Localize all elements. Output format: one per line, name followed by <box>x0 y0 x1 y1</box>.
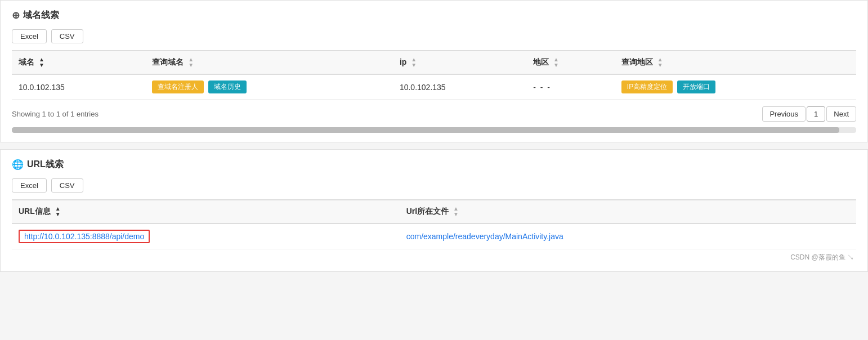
file-link[interactable]: com/example/readeveryday/MainActivity.ja… <box>406 232 563 241</box>
domain-cell: 10.0.102.135 <box>12 74 145 100</box>
url-title-text: URL线索 <box>27 159 64 171</box>
region-dashes: - - - <box>533 83 551 92</box>
query-domain-cell: 查域名注册人 域名历史 <box>145 74 393 100</box>
pagination-controls: Previous 1 Next <box>762 106 856 122</box>
domain-section-title: ⊕ 域名线索 <box>12 10 856 21</box>
open-port-btn[interactable]: 开放端口 <box>677 80 715 93</box>
col-query-domain: 查询域名 ▲▼ <box>145 51 393 74</box>
domain-table-body: 10.0.102.135 查域名注册人 域名历史 10.0.102.135 - … <box>12 74 856 100</box>
previous-btn[interactable]: Previous <box>762 106 806 122</box>
sort-icon-url-file: ▲▼ <box>453 206 459 217</box>
url-table-body: http://10.0.102.135:8888/api/demo com/ex… <box>12 223 856 249</box>
col-ip: ip ▲▼ <box>393 51 526 74</box>
table-row: 10.0.102.135 查域名注册人 域名历史 10.0.102.135 - … <box>12 74 856 100</box>
sort-icon-query-domain: ▲▼ <box>188 57 194 68</box>
table-row: http://10.0.102.135:8888/api/demo com/ex… <box>12 223 856 249</box>
url-export-group: Excel CSV <box>12 178 856 193</box>
sort-icon-region: ▲▼ <box>553 57 559 68</box>
url-section-title: 🌐 URL线索 <box>12 159 856 171</box>
domain-table-header: 域名 ▲▼ 查询域名 ▲▼ ip ▲▼ 地区 ▲▼ 查询地区 ▲▼ <box>12 51 856 74</box>
domain-scrollbar[interactable] <box>12 127 856 133</box>
sort-icon-url-info: ▲▼ <box>55 206 61 217</box>
col-url-file: Url所在文件 ▲▼ <box>400 200 856 223</box>
query-region-cell: IP高精度定位 开放端口 <box>615 74 856 100</box>
page-1-btn[interactable]: 1 <box>807 106 825 122</box>
url-cell-wrapper: http://10.0.102.135:8888/api/demo <box>19 230 150 243</box>
domain-title-text: 域名线索 <box>23 10 59 21</box>
sort-icon-domain: ▲▼ <box>39 57 44 68</box>
globe-icon-url: 🌐 <box>12 159 24 171</box>
col-url-info: URL信息 ▲▼ <box>12 200 400 223</box>
domain-csv-btn[interactable]: CSV <box>51 29 83 43</box>
domain-section: ⊕ 域名线索 Excel CSV 域名 ▲▼ 查询域名 ▲▼ ip ▲▼ <box>0 0 868 142</box>
url-excel-btn[interactable]: Excel <box>12 178 47 193</box>
url-info-cell: http://10.0.102.135:8888/api/demo <box>12 223 400 249</box>
url-table-header: URL信息 ▲▼ Url所在文件 ▲▼ <box>12 200 856 223</box>
url-link[interactable]: http://10.0.102.135:8888/api/demo <box>24 232 144 241</box>
tag-domain-history-btn[interactable]: 域名历史 <box>208 80 247 93</box>
next-btn[interactable]: Next <box>826 106 856 122</box>
sort-icon-query-region: ▲▼ <box>657 57 663 68</box>
region-cell: - - - <box>526 74 615 100</box>
domain-table: 域名 ▲▼ 查询域名 ▲▼ ip ▲▼ 地区 ▲▼ 查询地区 ▲▼ <box>12 50 856 100</box>
watermark: CSDN @落霞的鱼 ↘ <box>12 253 856 262</box>
domain-export-group: Excel CSV <box>12 29 856 43</box>
domain-pagination: Showing 1 to 1 of 1 entries Previous 1 N… <box>12 106 856 122</box>
globe-icon-domain: ⊕ <box>12 10 20 21</box>
col-region: 地区 ▲▼ <box>526 51 615 74</box>
ip-precision-btn[interactable]: IP高精度定位 <box>621 80 673 93</box>
pagination-info: Showing 1 to 1 of 1 entries <box>12 110 99 118</box>
url-table: URL信息 ▲▼ Url所在文件 ▲▼ http://10.0.102.135:… <box>12 199 856 249</box>
scrollbar-thumb <box>12 127 839 133</box>
col-query-region: 查询地区 ▲▼ <box>615 51 856 74</box>
tag-whois-btn[interactable]: 查域名注册人 <box>152 80 204 93</box>
url-csv-btn[interactable]: CSV <box>51 178 83 193</box>
col-domain: 域名 ▲▼ <box>12 51 145 74</box>
sort-icon-ip: ▲▼ <box>411 57 417 68</box>
ip-cell: 10.0.102.135 <box>393 74 526 100</box>
url-file-cell: com/example/readeveryday/MainActivity.ja… <box>400 223 856 249</box>
domain-excel-btn[interactable]: Excel <box>12 29 47 43</box>
url-section: 🌐 URL线索 Excel CSV URL信息 ▲▼ Url所在文件 ▲▼ <box>0 149 868 272</box>
